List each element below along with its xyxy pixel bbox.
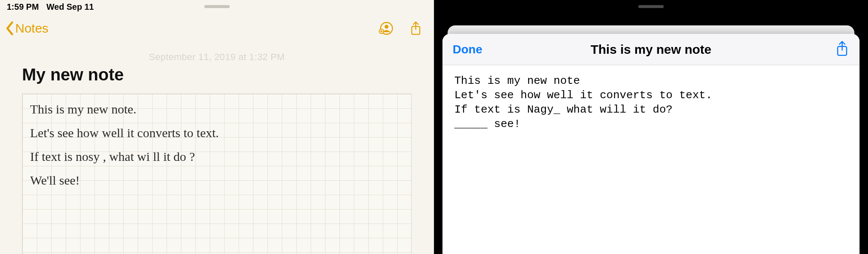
handwriting-line: Let's see how well it converts to text. (30, 121, 403, 145)
sheet-nav-bar: Done This is my new note (442, 34, 860, 65)
share-icon (835, 40, 849, 57)
converted-text[interactable]: This is my new note Let's see how well i… (442, 65, 860, 254)
sheet-share-button[interactable] (835, 40, 849, 59)
multitask-grabber[interactable] (204, 5, 230, 8)
handwriting-line: If text is nosy , what wi ll it do ? (30, 145, 403, 168)
add-collaborator-button[interactable] (377, 19, 395, 38)
notes-app-pane: 1:59 PM Wed Sep 11 Notes (0, 0, 434, 254)
note-title[interactable]: My new note (22, 65, 412, 84)
status-time: 1:59 PM (7, 2, 39, 12)
person-add-icon (378, 21, 394, 36)
sheet-title: This is my new note (442, 42, 860, 57)
note-timestamp: September 11, 2019 at 1:32 PM (22, 52, 412, 63)
share-button[interactable] (406, 19, 425, 38)
text-conversion-pane: Done This is my new note This is my new … (434, 0, 868, 254)
handwriting-canvas[interactable]: This is my new note. Let's see how well … (22, 94, 412, 254)
back-button[interactable]: Notes (5, 21, 48, 36)
multitask-grabber[interactable] (638, 5, 664, 8)
done-button[interactable]: Done (453, 43, 482, 56)
notes-nav-bar: Notes (0, 14, 434, 43)
status-date: Wed Sep 11 (47, 2, 94, 12)
handwriting-line: We'll see! (30, 168, 403, 192)
conversion-sheet: Done This is my new note This is my new … (442, 34, 860, 254)
chevron-left-icon (5, 21, 14, 36)
back-label: Notes (15, 21, 48, 36)
status-bar: 1:59 PM Wed Sep 11 (0, 0, 434, 14)
svg-point-1 (385, 25, 389, 29)
note-body: September 11, 2019 at 1:32 PM My new not… (0, 43, 434, 254)
share-icon (408, 21, 423, 36)
handwriting-line: This is my new note. (30, 97, 403, 121)
